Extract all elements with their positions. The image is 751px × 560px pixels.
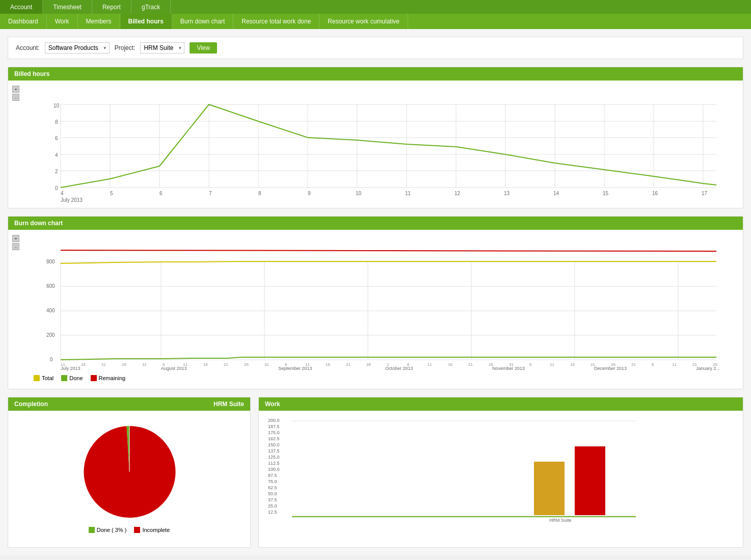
tab-resource-cumulative[interactable]: Resource work cumulative — [319, 14, 408, 29]
burndown-zoom-out[interactable]: - — [12, 243, 19, 250]
svg-text:800: 800 — [46, 259, 55, 264]
svg-text:21: 21 — [346, 362, 351, 367]
svg-text:6: 6 — [55, 136, 58, 141]
tab-billed-hours[interactable]: Billed hours — [120, 14, 172, 29]
completion-title: Completion — [14, 401, 48, 408]
legend-remaining: Remaining — [91, 375, 126, 381]
svg-text:137.5: 137.5 — [268, 448, 280, 454]
svg-text:187.5: 187.5 — [268, 424, 280, 429]
svg-text:16: 16 — [570, 362, 575, 367]
account-select[interactable]: Software Products — [45, 42, 110, 54]
svg-text:16: 16 — [652, 191, 658, 196]
tab-burn-down-chart[interactable]: Burn down chart — [172, 14, 233, 29]
svg-text:16: 16 — [448, 362, 452, 367]
legend-total: Total — [34, 375, 53, 381]
billed-hours-svg: 0 2 4 6 8 10 4 5 6 7 8 9 — [13, 86, 721, 203]
svg-text:16: 16 — [326, 362, 330, 367]
burndown-controls: + - — [12, 235, 19, 250]
svg-text:10: 10 — [356, 191, 362, 196]
svg-text:12: 12 — [454, 191, 461, 196]
svg-text:11: 11 — [405, 191, 411, 196]
svg-text:400: 400 — [46, 308, 55, 313]
completion-header: Completion HRM Suite — [8, 397, 250, 411]
svg-text:1: 1 — [387, 362, 389, 367]
tab-resource-total[interactable]: Resource total work done — [233, 14, 319, 29]
svg-text:15: 15 — [603, 191, 609, 196]
tab-dashboard[interactable]: Dashboard — [0, 14, 47, 29]
billed-hours-header: Billed hours — [8, 67, 743, 81]
svg-text:50.0: 50.0 — [268, 491, 277, 496]
svg-text:11: 11 — [305, 362, 310, 367]
svg-text:11: 11 — [550, 362, 554, 367]
project-select[interactable]: HRM Suite — [140, 42, 184, 54]
work-panel: Work 200.0 187.5 175.0 162.5 150.0 137.5… — [258, 397, 743, 548]
svg-text:75.0: 75.0 — [268, 479, 277, 484]
svg-line-99 — [61, 250, 716, 251]
svg-text:175.0: 175.0 — [268, 430, 280, 435]
svg-text:21: 21 — [101, 362, 106, 367]
svg-text:25.0: 25.0 — [268, 503, 277, 509]
account-select-wrapper: Software Products — [45, 42, 110, 54]
pie-incomplete-color — [134, 527, 140, 533]
svg-text:31: 31 — [264, 362, 269, 367]
svg-text:9: 9 — [308, 191, 311, 196]
legend-total-color — [34, 375, 40, 381]
svg-text:5: 5 — [110, 191, 113, 196]
billed-hours-panel: Billed hours + - 0 2 4 6 8 10 — [8, 67, 743, 208]
svg-text:14: 14 — [553, 191, 559, 196]
main-content: Account: Software Products Project: HRM … — [0, 29, 751, 555]
tab-work[interactable]: Work — [47, 14, 78, 29]
account-label: Account: — [16, 44, 40, 51]
pie-chart-svg — [63, 421, 196, 523]
svg-text:4: 4 — [55, 152, 58, 158]
svg-rect-120 — [534, 462, 565, 515]
svg-text:6: 6 — [407, 362, 410, 367]
svg-text:31: 31 — [509, 362, 514, 367]
nav-gtrack[interactable]: gTrack — [131, 0, 171, 14]
burndown-legend: Total Done Remaining — [13, 372, 738, 384]
project-label: Project: — [115, 44, 136, 51]
legend-done-color — [61, 375, 67, 381]
svg-text:150.0: 150.0 — [268, 442, 280, 447]
work-body: 200.0 187.5 175.0 162.5 150.0 137.5 125.… — [259, 411, 743, 528]
svg-text:16: 16 — [81, 362, 86, 367]
svg-text:26: 26 — [489, 362, 493, 367]
svg-text:10: 10 — [53, 103, 60, 109]
nav-report[interactable]: Report — [92, 0, 131, 14]
svg-text:17: 17 — [702, 191, 708, 196]
project-select-wrapper: HRM Suite — [140, 42, 184, 54]
billed-zoom-in[interactable]: + — [12, 86, 19, 93]
svg-text:12.5: 12.5 — [268, 510, 277, 515]
second-navigation: Dashboard Work Members Billed hours Burn… — [0, 14, 751, 29]
work-title: Work — [265, 401, 280, 408]
completion-body: Done ( 3% ) Incomplete — [8, 411, 250, 547]
pie-legend-incomplete: Incomplete — [134, 527, 170, 533]
svg-text:31: 31 — [142, 362, 147, 367]
tab-members[interactable]: Members — [78, 14, 120, 29]
svg-text:21: 21 — [591, 362, 595, 367]
burndown-panel: Burn down chart + - 0 200 400 600 800 — [8, 216, 743, 389]
svg-text:26: 26 — [122, 362, 126, 367]
svg-text:16: 16 — [203, 362, 208, 367]
burndown-zoom-in[interactable]: + — [12, 235, 19, 242]
nav-timesheet[interactable]: Timesheet — [43, 0, 92, 14]
pie-legend: Done ( 3% ) Incomplete — [81, 523, 178, 537]
svg-text:21: 21 — [224, 362, 228, 367]
work-svg: 200.0 187.5 175.0 162.5 150.0 137.5 125.… — [264, 416, 641, 523]
svg-text:87.5: 87.5 — [268, 473, 277, 478]
pie-legend-done: Done ( 3% ) — [89, 527, 127, 533]
top-navigation: Account Timesheet Report gTrack — [0, 0, 751, 14]
svg-text:11: 11 — [672, 362, 677, 367]
svg-text:11: 11 — [183, 362, 187, 367]
svg-text:26: 26 — [244, 362, 249, 367]
bottom-panels: Completion HRM Suite Done ( 3% ) — [8, 397, 743, 548]
svg-text:4: 4 — [61, 191, 64, 196]
svg-text:125.0: 125.0 — [268, 455, 280, 460]
billed-zoom-out[interactable]: - — [12, 94, 19, 101]
nav-account[interactable]: Account — [0, 0, 43, 14]
svg-text:HRM Suite: HRM Suite — [549, 518, 572, 523]
svg-text:100.0: 100.0 — [268, 467, 280, 472]
svg-text:6: 6 — [652, 362, 654, 367]
svg-text:6: 6 — [163, 362, 165, 367]
view-button[interactable]: View — [190, 42, 217, 54]
